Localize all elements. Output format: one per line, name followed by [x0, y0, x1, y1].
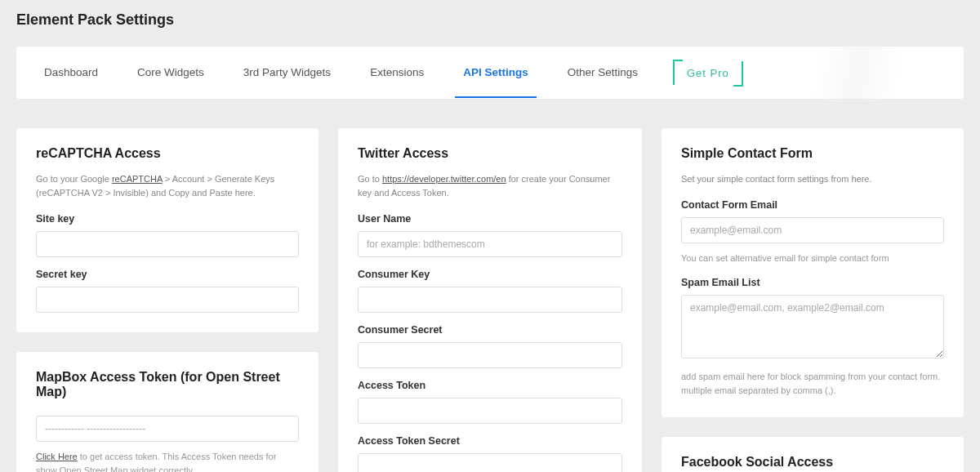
tab-api-settings[interactable]: API Settings — [455, 48, 537, 98]
contact-spam-label: Spam Email List — [681, 277, 944, 288]
card-mapbox: MapBox Access Token (for Open Street Map… — [16, 352, 318, 472]
mapbox-token-input[interactable] — [36, 416, 299, 442]
twitter-consumer-key-label: Consumer Key — [358, 269, 622, 280]
twitter-consumer-key-input[interactable] — [358, 287, 622, 313]
contact-email-hint: You can set alternative email for simple… — [681, 252, 944, 265]
twitter-heading: Twitter Access — [358, 146, 622, 161]
page-title: Element Pack Settings — [16, 11, 964, 29]
twitter-dev-link[interactable]: https://developer.twitter.com/en — [382, 174, 506, 184]
contact-spam-textarea[interactable] — [681, 295, 944, 358]
facebook-heading: Facebook Social Access — [681, 455, 944, 470]
tab-3rd-party-widgets[interactable]: 3rd Party Widgets — [235, 48, 339, 98]
recaptcha-heading: reCAPTCHA Access — [36, 146, 299, 161]
recaptcha-site-key-input[interactable] — [36, 231, 299, 257]
recaptcha-desc: Go to your Google reCAPTCHA > Account > … — [36, 172, 299, 200]
recaptcha-site-key-label: Site key — [36, 213, 299, 225]
twitter-consumer-secret-input[interactable] — [358, 342, 622, 368]
mapbox-click-here-link[interactable]: Click Here — [36, 452, 78, 461]
tab-core-widgets[interactable]: Core Widgets — [129, 48, 212, 98]
recaptcha-link[interactable]: reCAPTCHA — [112, 174, 163, 184]
twitter-access-token-input[interactable] — [358, 398, 622, 424]
card-recaptcha: reCAPTCHA Access Go to your Google reCAP… — [16, 128, 318, 332]
twitter-desc: Go to https://developer.twitter.com/en f… — [358, 172, 622, 200]
card-simple-contact-form: Simple Contact Form Set your simple cont… — [662, 128, 964, 417]
tabs-nav: Dashboard Core Widgets 3rd Party Widgets… — [16, 47, 964, 99]
twitter-username-label: User Name — [358, 213, 622, 225]
contact-heading: Simple Contact Form — [681, 146, 944, 161]
contact-spam-hint: add spam email here for block spamming f… — [681, 370, 944, 398]
tab-extensions[interactable]: Extensions — [362, 48, 432, 98]
recaptcha-secret-key-input[interactable] — [36, 287, 299, 313]
recaptcha-secret-key-label: Secret key — [36, 269, 299, 280]
mapbox-heading: MapBox Access Token (for Open Street Map… — [36, 370, 299, 399]
twitter-access-token-label: Access Token — [358, 380, 622, 391]
contact-email-label: Contact Form Email — [681, 199, 944, 211]
card-twitter: Twitter Access Go to https://developer.t… — [338, 128, 642, 472]
tab-other-settings[interactable]: Other Settings — [559, 48, 646, 98]
tab-dashboard[interactable]: Dashboard — [36, 48, 106, 98]
twitter-access-token-secret-input[interactable] — [358, 453, 622, 472]
twitter-username-input[interactable] — [358, 231, 622, 257]
contact-desc: Set your simple contact form settings fr… — [681, 172, 944, 186]
contact-email-input[interactable] — [681, 217, 944, 243]
card-facebook: Facebook Social Access Go to your Facebo… — [662, 437, 964, 472]
twitter-access-token-secret-label: Access Token Secret — [358, 435, 622, 447]
tab-get-pro[interactable]: Get Pro — [675, 61, 741, 85]
twitter-consumer-secret-label: Consumer Secret — [358, 324, 622, 336]
mapbox-hint: Click Here to get access token. This Acc… — [36, 450, 299, 472]
nav-decoration — [751, 47, 964, 99]
